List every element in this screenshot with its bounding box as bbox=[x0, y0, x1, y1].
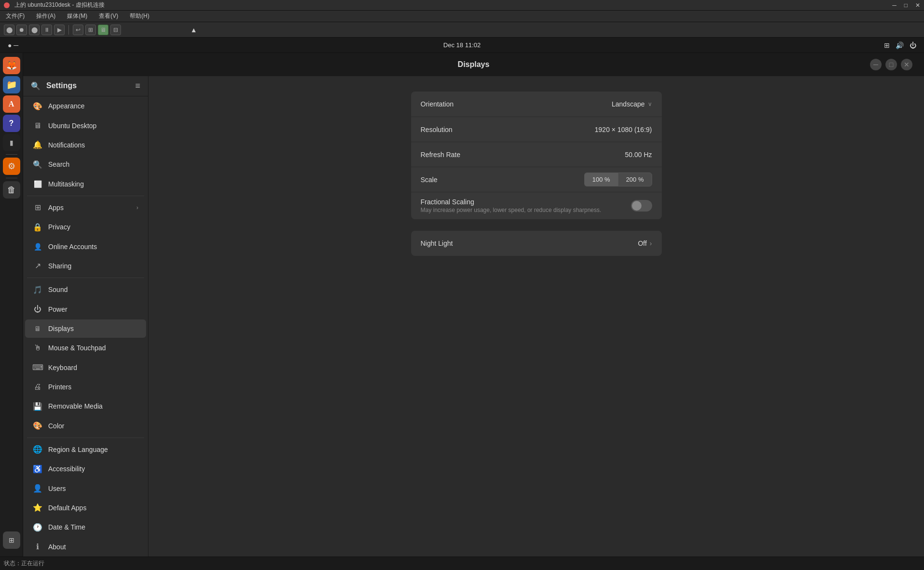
orientation-value-wrap[interactable]: Landscape ∨ bbox=[612, 100, 652, 108]
win-minimize-button[interactable]: ─ bbox=[870, 59, 882, 70]
volume-icon[interactable]: 🔊 bbox=[896, 41, 904, 49]
scale-100-button[interactable]: 100 % bbox=[584, 172, 618, 186]
night-light-value: Off bbox=[638, 239, 646, 247]
sidebar-item-label-appearance: Appearance bbox=[48, 102, 138, 110]
toolbar: ⬤ ⏺ ⬤ ⏸ ▶ ↩ ⊞ 🖥 ⊟ ▲ bbox=[0, 22, 924, 38]
toolbar-arrow[interactable]: ▲ bbox=[190, 26, 197, 34]
sidebar-item-sharing[interactable]: ↗ Sharing bbox=[25, 257, 146, 275]
toolbar-btn-6[interactable]: ↩ bbox=[73, 25, 83, 35]
menu-file[interactable]: 文件(F) bbox=[4, 11, 27, 21]
sidebar-item-mouse-touchpad[interactable]: 🖱 Mouse & Touchpad bbox=[25, 339, 146, 357]
orientation-value: Landscape bbox=[612, 100, 645, 108]
fractional-label: Fractional Scaling May increase power us… bbox=[421, 198, 631, 213]
toolbar-btn-5[interactable]: ▶ bbox=[54, 25, 65, 35]
multitasking-icon: ⬜ bbox=[33, 179, 42, 189]
win-close-button[interactable]: ✕ bbox=[901, 59, 912, 70]
sidebar-item-printers[interactable]: 🖨 Printers bbox=[25, 378, 146, 396]
sidebar-item-label-mouse-touchpad: Mouse & Touchpad bbox=[48, 344, 138, 352]
sidebar-item-label-notifications: Notifications bbox=[48, 141, 138, 149]
sidebar-item-sound[interactable]: 🎵 Sound bbox=[25, 280, 146, 299]
sidebar-item-label-accessibility: Accessibility bbox=[48, 465, 138, 473]
sidebar-item-label-online-accounts: Online Accounts bbox=[48, 243, 138, 251]
night-light-label: Night Light bbox=[421, 239, 638, 247]
sidebar-item-label-multitasking: Multitasking bbox=[48, 180, 138, 188]
sidebar-item-date-time[interactable]: 🕐 Date & Time bbox=[25, 518, 146, 536]
close-icon[interactable]: ✕ bbox=[915, 2, 920, 9]
sidebar-item-color[interactable]: 🎨 Color bbox=[25, 416, 146, 435]
sidebar-item-search[interactable]: 🔍 Search bbox=[25, 155, 146, 173]
minimize-icon[interactable]: ─ bbox=[892, 2, 897, 9]
system-clock[interactable]: Dec 18 11:02 bbox=[443, 41, 481, 49]
maximize-icon[interactable]: □ bbox=[904, 2, 908, 9]
night-light-row[interactable]: Night Light Off › bbox=[411, 231, 662, 256]
fractional-scaling-toggle[interactable] bbox=[631, 200, 652, 212]
sidebar-item-about[interactable]: ℹ About bbox=[25, 538, 146, 556]
sidebar-item-keyboard[interactable]: ⌨ Keyboard bbox=[25, 358, 146, 376]
vm-titlebar: 上的 ubuntu2310desk - 虚拟机连接 ─ □ ✕ bbox=[0, 0, 924, 11]
toolbar-btn-4[interactable]: ⏸ bbox=[41, 25, 52, 35]
sidebar-item-region-language[interactable]: 🌐 Region & Language bbox=[25, 440, 146, 459]
sidebar-item-notifications[interactable]: 🔔 Notifications bbox=[25, 136, 146, 154]
sidebar-item-apps[interactable]: ⊞ Apps › bbox=[25, 199, 146, 217]
removable-media-icon: 💾 bbox=[33, 401, 42, 411]
sidebar-item-accessibility[interactable]: ♿ Accessibility bbox=[25, 460, 146, 478]
sidebar-sep-2 bbox=[27, 278, 144, 278]
sharing-icon: ↗ bbox=[33, 261, 42, 271]
sidebar-item-removable-media[interactable]: 💾 Removable Media bbox=[25, 397, 146, 415]
sidebar-hamburger-icon[interactable]: ≡ bbox=[135, 81, 140, 91]
sidebar-item-label-ubuntu-desktop: Ubuntu Desktop bbox=[48, 122, 138, 130]
menu-action[interactable]: 操作(A) bbox=[34, 11, 57, 21]
sidebar-item-label-apps: Apps bbox=[48, 204, 131, 212]
main-content: Orientation Landscape ∨ Resolution bbox=[148, 76, 924, 557]
sidebar-item-online-accounts[interactable]: 👤 Online Accounts bbox=[25, 237, 146, 255]
region-icon: 🌐 bbox=[33, 445, 42, 454]
sidebar-item-displays[interactable]: 🖥 Displays bbox=[25, 319, 146, 338]
dock-icon-firefox[interactable]: 🦊 bbox=[3, 57, 20, 74]
dock-grid-icon[interactable]: ⊞ bbox=[3, 531, 20, 549]
apps-arrow-icon: › bbox=[136, 204, 138, 211]
toolbar-btn-2[interactable]: ⏺ bbox=[16, 25, 27, 35]
outer-wrap: 上的 ubuntu2310desk - 虚拟机连接 ─ □ ✕ 文件(F) 操作… bbox=[0, 0, 924, 570]
sidebar-item-appearance[interactable]: 🎨 Appearance bbox=[25, 97, 146, 115]
activities-icon[interactable]: ● ─ bbox=[8, 41, 18, 49]
toolbar-btn-3[interactable]: ⬤ bbox=[29, 25, 40, 35]
toolbar-sep-1 bbox=[68, 25, 69, 35]
power-icon[interactable]: ⏻ bbox=[910, 41, 916, 49]
win-resize-button[interactable]: □ bbox=[885, 59, 897, 70]
system-bar: ● ─ Dec 18 11:02 ⊞ 🔊 ⏻ bbox=[0, 38, 924, 53]
sidebar-header: 🔍 Settings ≡ bbox=[23, 76, 148, 96]
sidebar-item-label-users: Users bbox=[48, 485, 138, 492]
dock-icon-terminal[interactable]: ▮ bbox=[3, 134, 20, 151]
sidebar-item-label-removable-media: Removable Media bbox=[48, 402, 138, 410]
menu-help[interactable]: 帮助(H) bbox=[128, 11, 151, 21]
apps-icon: ⊞ bbox=[33, 203, 42, 212]
menu-view[interactable]: 查看(V) bbox=[97, 11, 120, 21]
dock-icon-trash[interactable]: 🗑 bbox=[3, 181, 20, 199]
dock-icon-files[interactable]: 📁 bbox=[3, 76, 20, 93]
menu-media[interactable]: 媒体(M) bbox=[65, 11, 89, 21]
sidebar-search-icon[interactable]: 🔍 bbox=[31, 81, 40, 91]
toolbar-btn-8[interactable]: 🖥 bbox=[98, 25, 108, 35]
sidebar-item-ubuntu-desktop[interactable]: 🖥 Ubuntu Desktop bbox=[25, 116, 146, 134]
dock-icon-settings[interactable]: ⚙ bbox=[3, 158, 20, 175]
scale-200-button[interactable]: 200 % bbox=[618, 172, 652, 186]
sidebar-item-power[interactable]: ⏻ Power bbox=[25, 300, 146, 318]
dock-icon-help[interactable]: ? bbox=[3, 115, 20, 132]
system-bar-right: ⊞ 🔊 ⏻ bbox=[884, 41, 916, 49]
sidebar-item-label-region-language: Region & Language bbox=[48, 446, 138, 453]
dock-icon-software[interactable]: A bbox=[3, 95, 20, 113]
titlebar-dot bbox=[4, 2, 10, 8]
sidebar-item-multitasking[interactable]: ⬜ Multitasking bbox=[25, 174, 146, 193]
toolbar-btn-1[interactable]: ⬤ bbox=[4, 25, 14, 35]
sidebar-title: Settings bbox=[46, 81, 77, 90]
mouse-icon: 🖱 bbox=[33, 343, 42, 353]
sidebar-item-privacy[interactable]: 🔒 Privacy bbox=[25, 218, 146, 236]
ubuntu-desktop-icon: 🖥 bbox=[33, 121, 42, 131]
toolbar-btn-7[interactable]: ⊞ bbox=[85, 25, 96, 35]
sidebar-item-users[interactable]: 👤 Users bbox=[25, 479, 146, 497]
toolbar-btn-9[interactable]: ⊟ bbox=[110, 25, 121, 35]
sidebar-item-default-apps[interactable]: ⭐ Default Apps bbox=[25, 499, 146, 517]
sidebar-item-label-privacy: Privacy bbox=[48, 223, 138, 231]
resolution-value: 1920 × 1080 (16:9) bbox=[595, 126, 652, 133]
screenshot-icon[interactable]: ⊞ bbox=[884, 41, 890, 49]
